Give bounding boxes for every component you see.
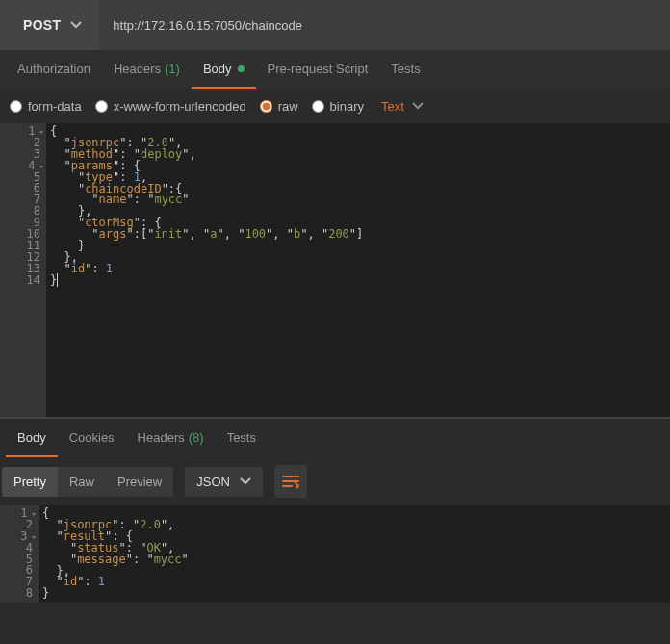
tab-body[interactable]: Body <box>192 50 256 89</box>
body-type-row: form-data x-www-form-urlencoded raw bina… <box>0 89 670 123</box>
tab-tests[interactable]: Tests <box>379 50 431 89</box>
modified-dot-icon <box>238 65 245 72</box>
response-tabs: Body Cookies Headers (8) Tests <box>0 419 670 457</box>
request-body-code: { "jsonrpc": "2.0", "method": "deploy", … <box>46 123 670 417</box>
view-preview-button[interactable]: Preview <box>106 467 173 497</box>
raw-format-select[interactable]: Text <box>381 99 424 114</box>
http-method-select[interactable]: POST <box>0 0 99 50</box>
tab-headers[interactable]: Headers (1) <box>102 50 192 89</box>
response-format-select[interactable]: JSON <box>185 467 263 497</box>
bodytype-raw[interactable]: raw <box>260 99 298 114</box>
headers-count-badge: (1) <box>165 62 180 76</box>
bodytype-formdata[interactable]: form-data <box>10 99 82 114</box>
resp-tab-cookies[interactable]: Cookies <box>58 419 126 457</box>
wrap-lines-button[interactable] <box>274 465 307 498</box>
http-method-label: POST <box>23 17 61 33</box>
view-raw-button[interactable]: Raw <box>58 467 106 497</box>
chevron-down-icon <box>412 102 424 110</box>
line-gutter: 1▾234▾567891011121314 <box>0 123 46 417</box>
response-body-editor[interactable]: 1▾23▾45678 { "jsonrpc": "2.0", "result":… <box>0 505 670 603</box>
resp-headers-count-badge: (8) <box>189 430 204 445</box>
request-tabs: Authorization Headers (1) Body Pre-reque… <box>0 50 670 89</box>
line-gutter: 1▾23▾45678 <box>0 505 39 603</box>
request-body-editor[interactable]: 1▾234▾567891011121314 { "jsonrpc": "2.0"… <box>0 123 670 417</box>
tab-prerequest[interactable]: Pre-request Script <box>256 50 380 89</box>
chevron-down-icon <box>240 477 251 485</box>
wrap-icon <box>282 475 299 488</box>
resp-tab-headers[interactable]: Headers (8) <box>126 419 216 457</box>
chevron-down-icon <box>70 21 82 29</box>
resp-tab-tests[interactable]: Tests <box>216 419 268 457</box>
request-url-input[interactable] <box>99 0 670 50</box>
response-view-controls: Pretty Raw Preview JSON <box>0 457 670 505</box>
resp-tab-body[interactable]: Body <box>6 419 58 457</box>
bodytype-binary[interactable]: binary <box>312 99 364 114</box>
bodytype-urlencoded[interactable]: x-www-form-urlencoded <box>95 99 246 114</box>
response-body-code: { "jsonrpc": "2.0", "result": { "status"… <box>39 505 670 603</box>
tab-authorization[interactable]: Authorization <box>6 50 102 89</box>
view-pretty-button[interactable]: Pretty <box>2 467 58 497</box>
